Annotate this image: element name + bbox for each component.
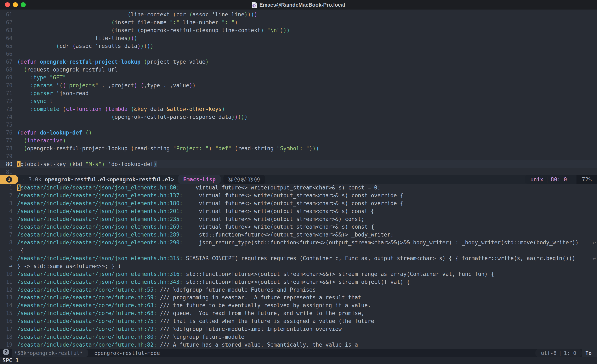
- result-code: /// A future has a stored value. Semanti…: [157, 342, 358, 348]
- code-line[interactable]: 76(defun do-lookup-def (): [0, 129, 597, 137]
- result-path[interactable]: /seastar/include/seastar/core/future.hh:…: [17, 294, 157, 301]
- result-path[interactable]: /seastar/include/seastar/json/json_eleme…: [17, 192, 183, 198]
- result-path[interactable]: /seastar/include/seastar/core/future.hh:…: [17, 334, 157, 340]
- major-mode-label: Emacs-Lisp: [183, 176, 216, 183]
- result-path[interactable]: /seastar/include/seastar/json/json_eleme…: [17, 216, 183, 222]
- result-row[interactable]: 11/seastar/include/seastar/json/json_ele…: [0, 278, 597, 286]
- line-number: 73: [0, 105, 17, 113]
- code-line[interactable]: 68 (request opengrok-restful-url: [0, 66, 597, 74]
- result-code: /// \defgroup future-module-impl Impleme…: [157, 326, 342, 332]
- line-number: 10: [0, 270, 17, 278]
- result-path[interactable]: /seastar/include/seastar/core/future.hh:…: [17, 318, 157, 324]
- result-path[interactable]: /seastar/include/seastar/core/future.hh:…: [17, 302, 157, 309]
- code-line[interactable]: 73 :complete (cl-function (lambda (&key …: [0, 105, 597, 113]
- workspace-number-icon: 2: [3, 349, 9, 355]
- code-line[interactable]: 79: [0, 152, 597, 160]
- line-number: 77: [0, 137, 17, 144]
- result-row[interactable]: 2/seastar/include/seastar/json/json_elem…: [0, 192, 597, 200]
- buffer-state: - 3.0k: [22, 176, 45, 183]
- code-line[interactable]: 64 file-lines))): [0, 34, 597, 42]
- result-path[interactable]: /seastar/include/seastar/json/json_eleme…: [17, 208, 183, 214]
- code-line[interactable]: 62 (insert file-name ":" line-number ": …: [0, 18, 597, 26]
- line-number: 80: [0, 160, 17, 168]
- code-line[interactable]: 78 (opengrok-restful-project-lookup (rea…: [0, 144, 597, 152]
- code-line[interactable]: 61 (line-context (cdr (assoc 'line line)…: [0, 11, 597, 18]
- code-line[interactable]: 67(defun opengrok-restful-project-lookup…: [0, 58, 597, 66]
- code-line[interactable]: 70 :params '(("projects" . ,project) (,t…: [0, 81, 597, 89]
- result-row[interactable]: 19/seastar/include/seastar/core/future.h…: [0, 341, 597, 349]
- buffer-info[interactable]: - 3.0k opengrok-restful.el<opengrok-rest…: [18, 175, 178, 184]
- line-number: 75: [0, 121, 17, 129]
- result-code: /// that is called when the future is as…: [157, 318, 374, 324]
- result-row[interactable]: 10/seastar/include/seastar/json/json_ele…: [0, 270, 597, 278]
- close-button-icon[interactable]: [5, 2, 10, 7]
- result-row[interactable]: 6/seastar/include/seastar/json/json_elem…: [0, 223, 597, 231]
- emacs-document-icon: e: [252, 2, 257, 8]
- major-mode-chip[interactable]: Emacs-Lisp: [178, 175, 221, 184]
- buffer-info[interactable]: * 58k *opengrok-restful*: [12, 349, 88, 357]
- result-path[interactable]: /seastar/include/seastar/core/future.hh:…: [17, 310, 157, 316]
- result-row[interactable]: ↩ {: [0, 247, 597, 254]
- major-mode-label[interactable]: opengrok-restful-mode: [88, 349, 166, 357]
- result-row[interactable]: 13/seastar/include/seastar/core/future.h…: [0, 294, 597, 302]
- minimize-button-icon[interactable]: [13, 2, 18, 7]
- result-path[interactable]: /seastar/include/seastar/json/json_eleme…: [17, 271, 183, 277]
- line-number: 71: [0, 89, 17, 97]
- code-line[interactable]: 63 (insert (opengrok-restful-cleanup lin…: [0, 26, 597, 34]
- result-row[interactable]: 15/seastar/include/seastar/core/future.h…: [0, 309, 597, 317]
- minibuffer[interactable]: SPC 1: [0, 357, 597, 364]
- line-number: 16: [0, 317, 17, 325]
- line-number: 12: [0, 286, 17, 294]
- line-number: 8: [0, 239, 17, 247]
- line-number: 15: [0, 309, 17, 317]
- result-path[interactable]: /seastar/include/seastar/json/json_eleme…: [17, 184, 180, 191]
- result-path[interactable]: /seastar/include/seastar/core/future.hh:…: [17, 342, 157, 348]
- result-row[interactable]: 12/seastar/include/seastar/core/future.h…: [0, 286, 597, 294]
- line-number: 78: [0, 144, 17, 152]
- result-row[interactable]: 1/seastar/include/seastar/json/json_elem…: [0, 184, 597, 192]
- result-path[interactable]: /seastar/include/seastar/json/json_eleme…: [17, 224, 183, 230]
- code-line[interactable]: 69 :type "GET": [0, 74, 597, 81]
- result-row[interactable]: 3/seastar/include/seastar/json/json_elem…: [0, 200, 597, 207]
- mode-line-active: 1 - 3.0k opengrok-restful.el<opengrok-re…: [0, 175, 597, 184]
- result-row[interactable]: 9/seastar/include/seastar/json/json_elem…: [0, 254, 597, 262]
- scroll-indicator: To: [582, 349, 597, 357]
- code-line[interactable]: 65 (cdr (assoc 'results data))))): [0, 42, 597, 50]
- result-row[interactable]: 17/seastar/include/seastar/core/future.h…: [0, 325, 597, 333]
- code-line[interactable]: 80(global-set-key (kbd "M-s") 'do-lookup…: [0, 160, 597, 168]
- result-path[interactable]: /seastar/include/seastar/core/future.hh:…: [17, 287, 157, 293]
- cursor-block: (: [17, 161, 21, 167]
- mode-line-inactive: 2 * 58k *opengrok-restful* opengrok-rest…: [0, 349, 597, 357]
- minor-modes-chip[interactable]: ⓐⓨⓌⓟⓀ: [223, 175, 265, 184]
- results-window[interactable]: 1/seastar/include/seastar/json/json_elem…: [0, 184, 597, 349]
- result-row[interactable]: 5/seastar/include/seastar/json/json_elem…: [0, 215, 597, 223]
- result-row[interactable]: ↩} -> std::same_as<future<>>; } ): [0, 262, 597, 270]
- zoom-button-icon[interactable]: [21, 2, 26, 7]
- workspace-ribbon[interactable]: 1: [0, 175, 18, 184]
- result-row[interactable]: 18/seastar/include/seastar/core/future.h…: [0, 333, 597, 341]
- result-path[interactable]: /seastar/include/seastar/core/future.hh:…: [17, 326, 157, 332]
- result-path[interactable]: /seastar/include/seastar/json/json_eleme…: [17, 231, 183, 238]
- code-line[interactable]: 75: [0, 121, 597, 129]
- result-path[interactable]: /seastar/include/seastar/json/json_eleme…: [17, 255, 183, 261]
- line-number: 3: [0, 200, 17, 207]
- code-line[interactable]: 74 (opengrok-restful-parse-response data…: [0, 113, 597, 121]
- result-path[interactable]: /seastar/include/seastar/json/json_eleme…: [17, 239, 183, 246]
- line-number: 4: [0, 207, 17, 215]
- code-window[interactable]: 61 (line-context (cdr (assoc 'line line)…: [0, 9, 597, 175]
- result-path[interactable]: /seastar/include/seastar/json/json_eleme…: [17, 279, 183, 285]
- code-line[interactable]: 71 :parser 'json-read: [0, 89, 597, 97]
- result-row[interactable]: 16/seastar/include/seastar/core/future.h…: [0, 317, 597, 325]
- traffic-lights: [5, 0, 26, 9]
- code-line[interactable]: 81: [0, 168, 597, 175]
- result-row[interactable]: 8/seastar/include/seastar/json/json_elem…: [0, 239, 597, 247]
- code-line[interactable]: 66: [0, 50, 597, 58]
- code-line[interactable]: 72 :sync t: [0, 97, 597, 105]
- result-code: virtual future<> write(output_stream<cha…: [183, 192, 403, 198]
- result-row[interactable]: 4/seastar/include/seastar/json/json_elem…: [0, 207, 597, 215]
- result-row[interactable]: 14/seastar/include/seastar/core/future.h…: [0, 302, 597, 309]
- line-number: 5: [0, 215, 17, 223]
- result-path[interactable]: /seastar/include/seastar/json/json_eleme…: [17, 200, 183, 206]
- result-row[interactable]: 7/seastar/include/seastar/json/json_elem…: [0, 231, 597, 239]
- code-line[interactable]: 77 (interactive): [0, 137, 597, 144]
